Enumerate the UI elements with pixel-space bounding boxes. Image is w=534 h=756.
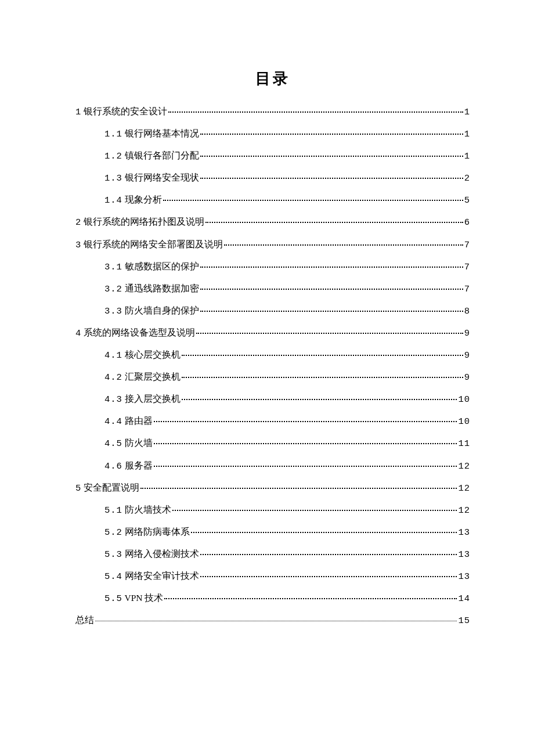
toc-leader-dots — [140, 487, 457, 489]
toc-entry-label: 5 安全配置说明 — [75, 483, 139, 494]
toc-entry-label: 1 银行系统的安全设计 — [75, 106, 167, 118]
toc-entry: 5.2 网络防病毒体系 13 — [75, 527, 470, 538]
toc-entry: 5 安全配置说明 12 — [75, 483, 470, 494]
toc-entry-number: 2 — [75, 217, 81, 228]
toc-entry-number: 3.3 — [104, 306, 122, 316]
toc-entry-page: 1 — [464, 107, 470, 118]
toc-entry-page: 5 — [464, 195, 470, 206]
toc-entry: 5.4 网络安全审计技术 13 — [75, 571, 470, 582]
toc-leader-dots — [168, 111, 463, 113]
toc-entry-page: 10 — [458, 394, 470, 405]
toc-entry-label: 5.3 网络入侵检测技术 — [104, 549, 199, 560]
toc-entry-page: 13 — [458, 571, 470, 582]
toc-entry-page: 9 — [464, 350, 470, 361]
toc-entry-label: 总结 — [75, 615, 94, 626]
toc-entry: 4 系统的网络设备选型及说明 9 — [75, 327, 470, 339]
toc-entry: 4.5 防火墙 11 — [75, 438, 470, 449]
toc-leader-dots — [182, 398, 457, 400]
toc-entry-number: 4.5 — [104, 438, 122, 449]
toc-entry-title: 通迅线路数据加密 — [125, 283, 199, 293]
toc-entry-number: 4.4 — [104, 416, 122, 427]
toc-leader-dots — [205, 221, 463, 223]
toc-entry-label: 4.5 防火墙 — [104, 438, 153, 449]
toc-entry-label: 1.4 现象分析 — [104, 195, 162, 206]
toc-entry-title: 网络安全审计技术 — [125, 571, 199, 581]
toc-leader-dots — [200, 266, 463, 268]
toc-entry-page: 8 — [464, 306, 470, 317]
toc-entry-number: 5.2 — [104, 527, 122, 538]
toc-entry-number: 1.3 — [104, 173, 122, 183]
toc-entry-label: 5.4 网络安全审计技术 — [104, 571, 199, 582]
toc-entry: 3.1 敏感数据区的保护 7 — [75, 261, 470, 273]
toc-entry-number: 1.1 — [104, 129, 122, 139]
toc-entry-number: 4.2 — [104, 372, 122, 383]
toc-entry: 4.2 汇聚层交换机 9 — [75, 372, 470, 383]
toc-entry: 3.2 通迅线路数据加密 7 — [75, 283, 470, 295]
toc-leader-dots — [164, 597, 457, 599]
toc-entry: 5.5 VPN 技术 14 — [75, 593, 470, 604]
toc-entry-number: 5.3 — [104, 549, 122, 560]
toc-entry-label: 1.3 银行网络安全现状 — [104, 172, 199, 184]
toc-entry-number: 3 — [75, 240, 81, 250]
toc-entry-page: 12 — [458, 461, 470, 472]
toc-entry-number: 5.4 — [104, 571, 122, 582]
toc-entry-page: 9 — [464, 328, 470, 339]
toc-entry: 2 银行系统的网络拓扑图及说明 6 — [75, 217, 470, 228]
toc-leader-dots — [200, 133, 463, 135]
toc-entry: 1.2 镇银行各部门分配 1 — [75, 150, 470, 162]
toc-entry: 5.3 网络入侵检测技术 13 — [75, 549, 470, 560]
toc-entry-number: 4 — [75, 328, 81, 339]
toc-entry-number: 3.1 — [104, 262, 122, 272]
toc-entry-title: 敏感数据区的保护 — [125, 261, 199, 271]
toc-entry: 4.6 服务器 12 — [75, 460, 470, 472]
toc-entry-title: 镇银行各部门分配 — [125, 150, 199, 160]
toc-entry-page: 1 — [464, 151, 470, 162]
toc-entry-label: 5.1 防火墙技术 — [104, 505, 171, 516]
toc-entry-label: 4.2 汇聚层交换机 — [104, 372, 181, 383]
toc-entry-page: 1 — [464, 129, 470, 140]
toc-entry-label: 4.3 接入层交换机 — [104, 394, 181, 405]
toc-entry-title: 系统的网络设备选型及说明 — [84, 327, 195, 337]
toc-entry: 1.1 银行网络基本情况 1 — [75, 128, 470, 140]
toc-entry-label: 3 银行系统的网络安全部署图及说明 — [75, 239, 223, 251]
toc-entry-label: 4 系统的网络设备选型及说明 — [75, 327, 195, 339]
toc-entry-title: 防火墙自身的保护 — [125, 305, 199, 315]
table-of-contents: 1 银行系统的安全设计 11.1 银行网络基本情况 11.2 镇银行各部门分配 … — [75, 106, 470, 627]
toc-leader-dots — [200, 155, 463, 157]
toc-entry-page: 12 — [458, 505, 470, 516]
toc-entry-title: 网络防病毒体系 — [125, 527, 190, 537]
toc-entry-title: 银行系统的安全设计 — [84, 106, 167, 116]
toc-entry-label: 5.5 VPN 技术 — [104, 593, 163, 604]
toc-entry: 1.4 现象分析 5 — [75, 195, 470, 206]
toc-entry-label: 3.2 通迅线路数据加密 — [104, 283, 199, 295]
toc-entry-title: 现象分析 — [125, 195, 162, 204]
toc-entry-page: 7 — [464, 240, 470, 251]
toc-entry-number: 4.3 — [104, 394, 122, 405]
toc-leader-dots — [191, 531, 457, 533]
document-page: 目录 1 银行系统的安全设计 11.1 银行网络基本情况 11.2 镇银行各部门… — [0, 0, 534, 756]
toc-entry-page: 9 — [464, 372, 470, 383]
toc-leader-dots — [95, 620, 457, 621]
toc-entry-label: 3.1 敏感数据区的保护 — [104, 261, 199, 273]
toc-entry-page: 6 — [464, 217, 470, 228]
toc-title: 目录 — [75, 69, 470, 89]
toc-entry-title: 总结 — [75, 615, 94, 625]
toc-entry-page: 13 — [458, 527, 470, 538]
toc-entry-number: 5.5 — [104, 593, 122, 604]
toc-entry-title: 防火墙技术 — [125, 505, 171, 514]
toc-entry-label: 1.2 镇银行各部门分配 — [104, 150, 199, 162]
toc-leader-dots — [224, 244, 463, 246]
toc-entry-label: 4.1 核心层交换机 — [104, 350, 181, 361]
toc-leader-dots — [200, 553, 457, 555]
toc-entry: 1.3 银行网络安全现状 2 — [75, 172, 470, 184]
toc-entry-page: 15 — [458, 615, 470, 627]
toc-entry-number: 5.1 — [104, 505, 122, 516]
toc-entry-page: 7 — [464, 284, 470, 295]
toc-entry: 4.3 接入层交换机 10 — [75, 394, 470, 405]
toc-leader-dots — [200, 177, 463, 179]
toc-entry-title: VPN 技术 — [125, 593, 164, 603]
toc-leader-dots — [182, 376, 463, 378]
toc-entry-number: 5 — [75, 483, 81, 494]
toc-entry-page: 11 — [458, 438, 470, 449]
toc-entry-label: 5.2 网络防病毒体系 — [104, 527, 190, 538]
